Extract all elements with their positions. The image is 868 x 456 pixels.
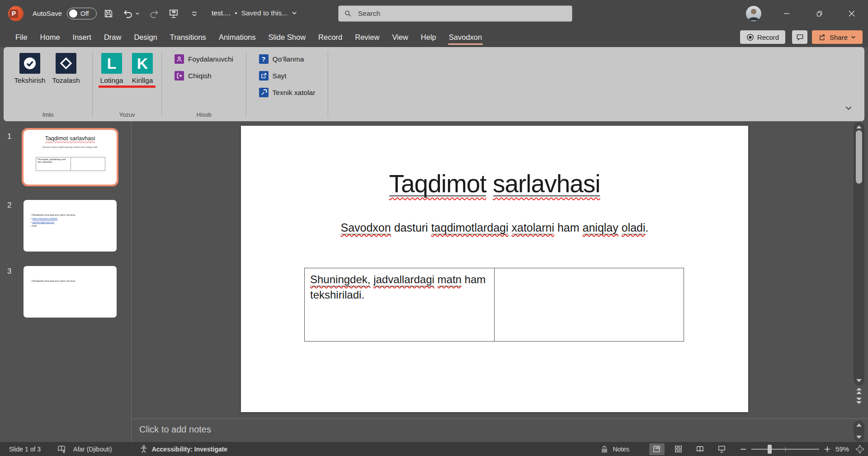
zoom-in-button[interactable] bbox=[824, 446, 831, 453]
zoom-level[interactable]: 59% bbox=[835, 445, 849, 453]
text-segment bbox=[486, 170, 493, 198]
zoom-slider-thumb[interactable] bbox=[768, 445, 772, 454]
thumb-text-block: • Paxtakorlar olma asal anor xamir nok d… bbox=[31, 213, 114, 228]
table-cell-left[interactable]: Shuningdek, jadvallardagi matn ham teksh… bbox=[305, 268, 494, 341]
tekshirish-button[interactable]: Tekshirish bbox=[13, 53, 47, 85]
document-title[interactable]: test.... • Saved to this... bbox=[212, 9, 297, 17]
table-cell-right[interactable] bbox=[494, 268, 684, 341]
record-button[interactable]: Record bbox=[740, 30, 785, 44]
misspelled-word: oladi bbox=[622, 220, 646, 235]
start-slideshow-button[interactable] bbox=[167, 7, 180, 20]
scroll-down-icon[interactable] bbox=[854, 377, 863, 384]
kirillga-label: Kirillga bbox=[132, 76, 153, 85]
customize-toolbar-button[interactable] bbox=[188, 7, 201, 20]
lotinga-button[interactable]: L Lotinga bbox=[97, 53, 126, 85]
comments-button[interactable] bbox=[792, 30, 807, 44]
close-button[interactable] bbox=[844, 6, 859, 21]
vertical-scrollbar[interactable] bbox=[854, 122, 864, 385]
spell-check-button[interactable] bbox=[57, 445, 66, 454]
notes-placeholder[interactable]: Click to add notes bbox=[139, 424, 211, 435]
thumb-text-line: • savodxon@email.com bbox=[31, 220, 114, 224]
undo-button[interactable] bbox=[121, 7, 134, 20]
ribbon-group-guide: ? Qo‘llanma Sayt Texnik xatolar bbox=[246, 47, 328, 121]
accessibility-checker[interactable]: Accessibility: Investigate bbox=[139, 445, 227, 454]
tab-file[interactable]: File bbox=[9, 27, 34, 47]
zoom-out-button[interactable] bbox=[740, 446, 747, 453]
tab-review[interactable]: Review bbox=[349, 27, 386, 47]
text-segment: . bbox=[646, 221, 649, 234]
autosave-toggle[interactable]: Off bbox=[67, 8, 97, 19]
toggle-knob-icon bbox=[69, 10, 77, 18]
panel-divider[interactable] bbox=[131, 121, 132, 442]
text-segment bbox=[434, 273, 438, 285]
tab-draw[interactable]: Draw bbox=[98, 27, 128, 47]
redo-button[interactable] bbox=[148, 7, 161, 20]
foydalanuvchi-button[interactable]: Foydalanuvchi bbox=[175, 54, 233, 64]
notes-splitter[interactable] bbox=[131, 418, 868, 419]
tab-view[interactable]: View bbox=[386, 27, 414, 47]
search-input[interactable] bbox=[357, 9, 566, 18]
slide-subtitle-textbox[interactable]: Savodxon dasturi taqdimotlardagi xatolar… bbox=[241, 220, 748, 235]
text-segment bbox=[618, 221, 622, 234]
powerpoint-logo-icon[interactable]: P bbox=[8, 6, 24, 21]
search-icon bbox=[344, 10, 352, 18]
chiqish-button[interactable]: Chiqish bbox=[175, 71, 212, 81]
zoom-slider[interactable] bbox=[751, 443, 819, 455]
notes-scrollbar[interactable] bbox=[854, 421, 864, 442]
reading-view-button[interactable] bbox=[693, 443, 708, 455]
normal-view-button[interactable] bbox=[649, 443, 665, 455]
share-button[interactable]: Share bbox=[812, 30, 863, 44]
tab-home[interactable]: Home bbox=[34, 27, 66, 47]
texnik-xatolar-button[interactable]: Texnik xatolar bbox=[259, 88, 316, 97]
group-label-hisob: Hisob bbox=[162, 111, 246, 118]
scrollbar-thumb[interactable] bbox=[856, 130, 862, 184]
next-slide-button[interactable] bbox=[855, 397, 863, 405]
logout-icon bbox=[175, 71, 184, 81]
tab-savodxon[interactable]: Savodxon bbox=[443, 27, 488, 47]
slideshow-view-button[interactable] bbox=[714, 443, 730, 455]
notes-toggle-button[interactable]: Notes bbox=[600, 445, 629, 454]
undo-dropdown-chevron-icon[interactable] bbox=[134, 7, 141, 20]
tab-animations[interactable]: Animations bbox=[212, 27, 262, 47]
scroll-up-icon[interactable] bbox=[854, 124, 863, 130]
slide-title-textbox[interactable]: Taqdimot sarlavhasi bbox=[241, 169, 748, 198]
restore-button[interactable] bbox=[812, 6, 826, 21]
fit-to-window-button[interactable] bbox=[855, 445, 864, 454]
slide-table[interactable]: Shuningdek, jadvallardagi matn ham teksh… bbox=[304, 268, 684, 342]
fit-slide-icon bbox=[855, 445, 864, 454]
collapse-ribbon-button[interactable] bbox=[844, 104, 853, 112]
tekshirish-label: Tekshirish bbox=[14, 76, 46, 85]
saved-status: Saved to this... bbox=[241, 9, 288, 17]
slide-thumbnail-1[interactable]: Taqdimot sarlavhasi Savodxon dasturi taq… bbox=[24, 130, 117, 185]
slide-thumbnail-2[interactable]: • Paxtakorlar olma asal anor xamir nok d… bbox=[24, 200, 117, 252]
qollanma-button[interactable]: ? Qo‘llanma bbox=[259, 54, 304, 64]
ribbon: Tekshirish Tozalash Imlo L Lotinga bbox=[4, 47, 864, 121]
avatar[interactable] bbox=[746, 6, 761, 21]
tab-help[interactable]: Help bbox=[415, 27, 443, 47]
kirillga-button[interactable]: K Kirillga bbox=[128, 53, 157, 85]
search-bar[interactable] bbox=[338, 5, 572, 22]
language-selector[interactable]: Afar (Djibouti) bbox=[73, 446, 112, 453]
save-button[interactable] bbox=[102, 7, 115, 20]
record-button-label: Record bbox=[757, 33, 779, 41]
sayt-button[interactable]: Sayt bbox=[259, 71, 287, 81]
tab-transitions[interactable]: Transitions bbox=[164, 27, 212, 47]
minimize-button[interactable] bbox=[779, 6, 794, 21]
thumb-text-block: • Paxtakorlar olma asal anor xamir nok d… bbox=[31, 279, 114, 283]
wrench-icon bbox=[259, 88, 269, 97]
powerpoint-logo-letter: P bbox=[9, 10, 18, 18]
tab-design[interactable]: Design bbox=[127, 27, 163, 47]
scroll-up-icon[interactable] bbox=[854, 422, 863, 428]
tozalash-button[interactable]: Tozalash bbox=[49, 53, 83, 85]
tab-record[interactable]: Record bbox=[312, 27, 349, 47]
scroll-down-icon[interactable] bbox=[854, 434, 863, 440]
slide-canvas[interactable]: Taqdimot sarlavhasi Savodxon dasturi taq… bbox=[241, 126, 748, 412]
previous-slide-button[interactable] bbox=[855, 387, 863, 395]
spellcheck-check-icon bbox=[19, 53, 40, 74]
slide-sorter-view-button[interactable] bbox=[671, 443, 686, 455]
tab-slide-show[interactable]: Slide Show bbox=[262, 27, 312, 47]
document-name: test.... bbox=[212, 9, 231, 17]
slide-thumbnail-3[interactable]: • Paxtakorlar olma asal anor xamir nok d… bbox=[24, 266, 117, 318]
accessibility-label: Accessibility: Investigate bbox=[152, 446, 227, 453]
tab-insert[interactable]: Insert bbox=[66, 27, 98, 47]
